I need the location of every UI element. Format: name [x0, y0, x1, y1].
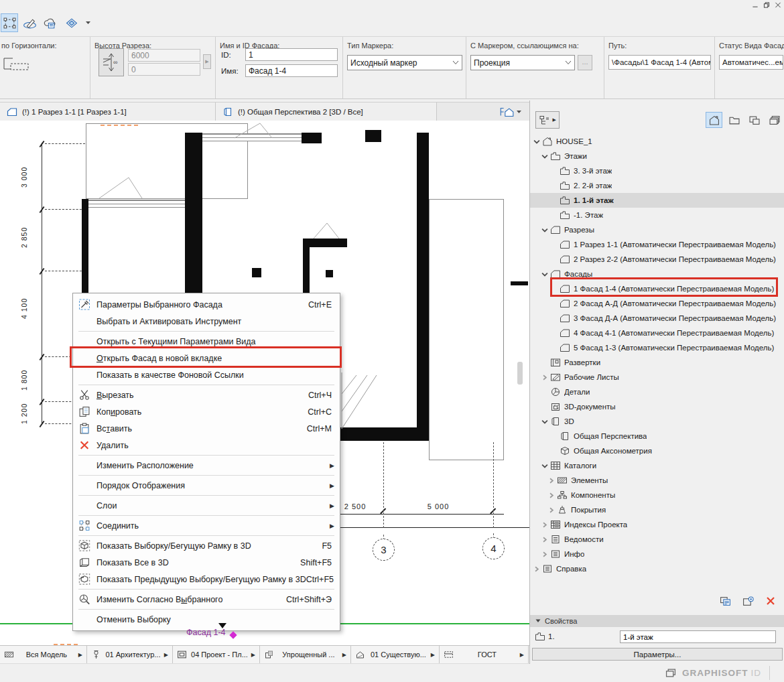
caret-down-icon[interactable] [516, 110, 522, 114]
elevation-label[interactable]: Фасад 1-4 [186, 628, 253, 637]
marker-ref-more-button[interactable]: ... [578, 55, 592, 70]
chevright-icon[interactable] [540, 373, 549, 382]
menu-item[interactable]: Изменить Согласно Выбранного Ctrl+Shift+… [73, 591, 340, 608]
menu-item[interactable]: Соединить ▶ [73, 517, 340, 534]
menu-item[interactable]: Параметры Выбранного Фасада Ctrl+E [73, 296, 340, 313]
add-view-button[interactable] [740, 594, 756, 608]
quick-option[interactable]: 04 Проект - Пл... ▶ [173, 646, 260, 663]
quick-option[interactable]: 01 Архитектур... ▶ [87, 646, 173, 663]
menu-item[interactable]: Показать Предыдущую Выборку/Бегущую Рамк… [73, 571, 340, 588]
tree-item[interactable]: HOUSE_1 [530, 134, 784, 149]
cloud-notes-button[interactable] [40, 13, 59, 32]
chevdown-icon[interactable] [540, 417, 549, 426]
chevdown-icon[interactable] [532, 137, 541, 146]
menu-item[interactable]: Показать Выборку/Бегущую Рамку в 3D F5 [73, 537, 340, 554]
marker-ref-select[interactable]: Проекция [470, 55, 575, 70]
tab-perspective[interactable]: (!) Общая Перспектива 2 [3D / Все] [216, 103, 437, 121]
layout-book-button[interactable] [746, 112, 763, 128]
menu-item[interactable]: Показать Все в 3D Shift+F5 [73, 554, 340, 571]
toolbar-more-button[interactable] [83, 13, 92, 32]
chevright-icon[interactable] [540, 521, 549, 529]
tree-item[interactable]: 5 Фасад 1-3 (Автоматически Перестраиваем… [530, 340, 784, 355]
tree-item[interactable]: -1. Этаж [530, 208, 784, 222]
close-icon[interactable] [775, 2, 781, 8]
restore-icon[interactable] [763, 2, 770, 8]
tree-item[interactable]: 2. 2-й этаж [530, 178, 784, 193]
parameters-button[interactable]: Параметры... [532, 648, 783, 661]
delete-button[interactable] [763, 594, 779, 608]
path-field[interactable]: \Фасады\1 Фасад 1-4 (Автоматич [608, 55, 711, 70]
menu-item[interactable]: Вырезать Ctrl+Ч [73, 387, 340, 403]
minimize-icon[interactable] [752, 2, 759, 8]
height-top-field[interactable]: 6000 [128, 49, 200, 62]
quick-option[interactable]: Вся Модель ▶ [0, 646, 87, 663]
horizontal-range-icon[interactable] [3, 54, 34, 74]
chevright-icon[interactable] [540, 535, 549, 544]
chevright-icon[interactable] [547, 506, 556, 515]
tree-item[interactable]: 2 Разрез 2-2 (Автоматически Перестраивае… [530, 252, 784, 267]
menu-item[interactable] [78, 385, 334, 385]
menu-item[interactable]: Слои ▶ [73, 497, 340, 514]
navigator-tree-button[interactable]: ▶ [535, 111, 560, 129]
tab-overview-icon[interactable] [499, 106, 515, 118]
menu-item[interactable] [78, 495, 334, 496]
quick-option[interactable]: 01 Существую... ▶ [351, 646, 440, 663]
menu-item[interactable]: Показать в качестве Фоновой Ссылки [73, 366, 340, 383]
height-mode-button[interactable]: ∞ [99, 48, 124, 76]
chevright-icon[interactable] [532, 565, 541, 573]
menu-item[interactable]: Удалить [73, 437, 340, 454]
menu-item[interactable] [78, 609, 334, 610]
view-3d-button[interactable] [62, 13, 82, 32]
menu-item[interactable]: Выбрать и Активировать Инструмент [73, 313, 340, 330]
marker-type-select[interactable]: Исходный маркер [347, 55, 462, 70]
tree-item[interactable]: Компоненты [530, 488, 784, 502]
name-field[interactable] [245, 64, 338, 77]
status-field[interactable]: Автоматичес...ема [719, 55, 783, 70]
windows-stack-icon[interactable] [665, 668, 677, 678]
publisher-button[interactable] [766, 112, 783, 128]
tree-item[interactable]: Инфо [530, 547, 784, 561]
view-settings-button[interactable] [717, 594, 733, 608]
tree-item[interactable]: 2 Фасад А-Д (Автоматически Перестраиваем… [530, 296, 784, 311]
menu-item[interactable] [78, 589, 334, 590]
tree-item[interactable]: Общая Аксонометрия [530, 444, 784, 458]
draw-tool-button[interactable] [20, 13, 39, 32]
marquee-tool-button[interactable] [1, 13, 18, 32]
tree-item[interactable]: 1. 1-й этаж [530, 193, 784, 208]
chevdown-icon[interactable] [540, 226, 549, 234]
tree-item[interactable]: Индексы Проекта [530, 517, 784, 532]
story-name-field[interactable] [620, 630, 776, 643]
id-field[interactable] [245, 48, 338, 61]
chevright-icon[interactable] [547, 491, 556, 500]
project-map-button[interactable] [706, 112, 722, 128]
menu-item[interactable] [78, 475, 334, 476]
menu-item[interactable]: Отменить Выборку [73, 611, 340, 628]
menu-item[interactable]: Копировать Ctrl+C [73, 403, 340, 420]
tree-item[interactable]: 3D-документы [530, 399, 784, 414]
tree-item[interactable]: 3 Фасад Д-А (Автоматически Перестраиваем… [530, 311, 784, 326]
splitter-handle[interactable] [517, 362, 523, 385]
menu-item[interactable]: Порядок Отображения ▶ [73, 477, 340, 494]
menu-item[interactable]: Вставить Ctrl+M [73, 420, 340, 437]
tree-item[interactable]: 3. 3-й этаж [530, 163, 784, 178]
tree-item[interactable]: 1 Разрез 1-1 (Автоматически Перестраивае… [530, 237, 784, 252]
tree-item[interactable]: Ведомости [530, 532, 784, 547]
menu-item[interactable] [78, 455, 334, 456]
tree-item[interactable]: Этажи [530, 149, 784, 163]
menu-item[interactable] [78, 331, 334, 332]
tree-item[interactable]: Рабочие Листы [530, 370, 784, 385]
height-bottom-field[interactable]: 0 [128, 63, 200, 76]
tree-item[interactable]: Разрезы [530, 222, 784, 237]
tab-section-1-1[interactable]: (!) 1 Разрез 1-1 [1 Разрез 1-1] [0, 103, 216, 121]
tree-item[interactable]: 3D [530, 414, 784, 429]
chevright-icon[interactable] [540, 550, 549, 559]
tree-item[interactable]: 4 Фасад 4-1 (Автоматически Перестраиваем… [530, 326, 784, 340]
chevdown-icon[interactable] [540, 152, 549, 161]
tree-item[interactable]: Покрытия [530, 502, 784, 517]
tree-item[interactable]: Каталоги [530, 458, 784, 473]
properties-header[interactable]: Свойства [530, 615, 784, 627]
menu-item[interactable] [78, 535, 334, 536]
chevright-icon[interactable] [547, 476, 556, 485]
tree-item[interactable]: Справка [530, 561, 784, 576]
tree-item[interactable]: Развертки [530, 355, 784, 370]
